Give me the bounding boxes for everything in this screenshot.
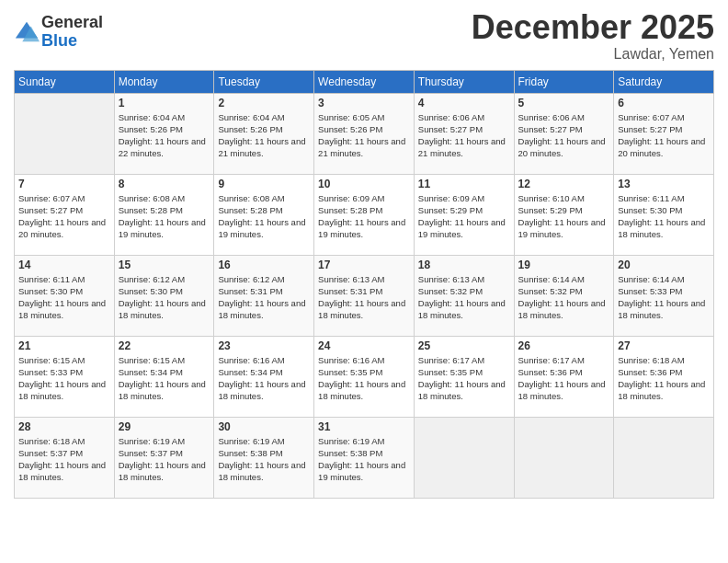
cell-content: Sunrise: 6:08 AM Sunset: 5:28 PM Dayligh… <box>119 192 210 241</box>
day-number: 30 <box>218 420 310 433</box>
sunset-text: Sunset: 5:37 PM <box>119 448 183 458</box>
day-number: 24 <box>318 339 410 352</box>
sunset-text: Sunset: 5:32 PM <box>518 286 583 296</box>
sunset-text: Sunset: 5:32 PM <box>418 286 483 296</box>
table-row: 10 Sunrise: 6:09 AM Sunset: 5:28 PM Dayl… <box>314 174 415 255</box>
cell-content: Sunrise: 6:14 AM Sunset: 5:33 PM Dayligh… <box>618 273 710 322</box>
table-row: 29 Sunrise: 6:19 AM Sunset: 5:37 PM Dayl… <box>114 417 214 498</box>
sunrise-text: Sunrise: 6:15 AM <box>119 355 185 365</box>
cell-content: Sunrise: 6:15 AM Sunset: 5:33 PM Dayligh… <box>18 354 110 403</box>
logo-text: General Blue <box>41 14 103 51</box>
table-row <box>414 417 514 498</box>
cell-content: Sunrise: 6:18 AM Sunset: 5:36 PM Dayligh… <box>618 354 710 403</box>
sunrise-text: Sunrise: 6:09 AM <box>418 193 484 203</box>
cell-content: Sunrise: 6:10 AM Sunset: 5:29 PM Dayligh… <box>518 192 610 241</box>
table-row: 16 Sunrise: 6:12 AM Sunset: 5:31 PM Dayl… <box>214 255 314 336</box>
sunset-text: Sunset: 5:34 PM <box>119 367 183 377</box>
table-row: 6 Sunrise: 6:07 AM Sunset: 5:27 PM Dayli… <box>614 93 714 174</box>
sunrise-text: Sunrise: 6:16 AM <box>218 355 284 365</box>
cell-content: Sunrise: 6:04 AM Sunset: 5:26 PM Dayligh… <box>218 111 310 160</box>
daylight-text: Daylight: 11 hours and 18 minutes. <box>218 298 305 320</box>
table-row: 19 Sunrise: 6:14 AM Sunset: 5:32 PM Dayl… <box>514 255 614 336</box>
day-number: 16 <box>218 259 310 271</box>
cell-content: Sunrise: 6:12 AM Sunset: 5:31 PM Dayligh… <box>218 273 310 322</box>
table-row: 5 Sunrise: 6:06 AM Sunset: 5:27 PM Dayli… <box>514 93 614 174</box>
sunset-text: Sunset: 5:36 PM <box>518 367 583 377</box>
logo-general: General <box>41 14 103 32</box>
cell-content: Sunrise: 6:06 AM Sunset: 5:27 PM Dayligh… <box>418 111 510 160</box>
daylight-text: Daylight: 11 hours and 18 minutes. <box>119 379 206 401</box>
sunset-text: Sunset: 5:28 PM <box>318 205 382 215</box>
daylight-text: Daylight: 11 hours and 20 minutes. <box>18 217 106 239</box>
table-row: 13 Sunrise: 6:11 AM Sunset: 5:30 PM Dayl… <box>614 174 714 255</box>
table-row: 27 Sunrise: 6:18 AM Sunset: 5:36 PM Dayl… <box>614 336 714 417</box>
day-number: 10 <box>318 178 410 190</box>
location: Lawdar, Yemen <box>472 46 714 63</box>
sunrise-text: Sunrise: 6:09 AM <box>318 193 384 203</box>
sunset-text: Sunset: 5:35 PM <box>418 367 483 377</box>
day-number: 6 <box>618 97 710 109</box>
day-number: 14 <box>18 259 110 271</box>
daylight-text: Daylight: 11 hours and 18 minutes. <box>618 298 705 320</box>
table-row: 1 Sunrise: 6:04 AM Sunset: 5:26 PM Dayli… <box>114 93 214 174</box>
table-row: 25 Sunrise: 6:17 AM Sunset: 5:35 PM Dayl… <box>414 336 514 417</box>
cell-content: Sunrise: 6:19 AM Sunset: 5:38 PM Dayligh… <box>218 435 310 484</box>
table-row: 21 Sunrise: 6:15 AM Sunset: 5:33 PM Dayl… <box>15 336 115 417</box>
daylight-text: Daylight: 11 hours and 21 minutes. <box>418 136 506 158</box>
sunrise-text: Sunrise: 6:18 AM <box>618 355 684 365</box>
day-number: 20 <box>618 259 710 271</box>
daylight-text: Daylight: 11 hours and 18 minutes. <box>18 460 106 482</box>
calendar-week-0: 1 Sunrise: 6:04 AM Sunset: 5:26 PM Dayli… <box>15 93 714 174</box>
month-title: December 2025 <box>472 9 714 46</box>
sunset-text: Sunset: 5:38 PM <box>218 448 282 458</box>
day-number: 12 <box>518 178 610 190</box>
sunrise-text: Sunrise: 6:04 AM <box>218 112 284 122</box>
day-number: 11 <box>418 178 510 190</box>
daylight-text: Daylight: 11 hours and 18 minutes. <box>618 217 705 239</box>
day-number: 1 <box>119 97 210 109</box>
col-wednesday: Wednesday <box>314 70 415 93</box>
sunrise-text: Sunrise: 6:14 AM <box>618 274 684 284</box>
table-row: 18 Sunrise: 6:13 AM Sunset: 5:32 PM Dayl… <box>414 255 514 336</box>
daylight-text: Daylight: 11 hours and 19 minutes. <box>318 217 405 239</box>
day-number: 29 <box>119 420 210 433</box>
day-number: 23 <box>218 339 310 352</box>
cell-content: Sunrise: 6:14 AM Sunset: 5:32 PM Dayligh… <box>518 273 610 322</box>
sunset-text: Sunset: 5:26 PM <box>218 124 282 134</box>
logo: General Blue <box>14 14 103 51</box>
daylight-text: Daylight: 11 hours and 18 minutes. <box>518 379 606 401</box>
cell-content: Sunrise: 6:11 AM Sunset: 5:30 PM Dayligh… <box>618 192 710 241</box>
sunset-text: Sunset: 5:27 PM <box>418 124 483 134</box>
table-row: 28 Sunrise: 6:18 AM Sunset: 5:37 PM Dayl… <box>15 417 115 498</box>
day-number: 7 <box>18 178 110 190</box>
cell-content: Sunrise: 6:08 AM Sunset: 5:28 PM Dayligh… <box>218 192 310 241</box>
daylight-text: Daylight: 11 hours and 19 minutes. <box>218 217 305 239</box>
sunset-text: Sunset: 5:26 PM <box>119 124 183 134</box>
table-row: 20 Sunrise: 6:14 AM Sunset: 5:33 PM Dayl… <box>614 255 714 336</box>
daylight-text: Daylight: 11 hours and 18 minutes. <box>218 379 305 401</box>
day-number: 3 <box>318 97 410 109</box>
sunrise-text: Sunrise: 6:16 AM <box>318 355 384 365</box>
day-number: 31 <box>318 420 410 433</box>
sunset-text: Sunset: 5:38 PM <box>318 448 382 458</box>
table-row: 3 Sunrise: 6:05 AM Sunset: 5:26 PM Dayli… <box>314 93 415 174</box>
sunrise-text: Sunrise: 6:19 AM <box>119 436 185 446</box>
table-row: 4 Sunrise: 6:06 AM Sunset: 5:27 PM Dayli… <box>414 93 514 174</box>
cell-content: Sunrise: 6:17 AM Sunset: 5:36 PM Dayligh… <box>518 354 610 403</box>
calendar-week-3: 21 Sunrise: 6:15 AM Sunset: 5:33 PM Dayl… <box>15 336 714 417</box>
table-row: 8 Sunrise: 6:08 AM Sunset: 5:28 PM Dayli… <box>114 174 214 255</box>
sunrise-text: Sunrise: 6:14 AM <box>518 274 585 284</box>
sunset-text: Sunset: 5:28 PM <box>119 205 183 215</box>
sunset-text: Sunset: 5:30 PM <box>18 286 83 296</box>
page-container: General Blue December 2025 Lawdar, Yemen… <box>0 0 728 563</box>
cell-content: Sunrise: 6:12 AM Sunset: 5:30 PM Dayligh… <box>119 273 210 322</box>
sunset-text: Sunset: 5:29 PM <box>418 205 483 215</box>
cell-content: Sunrise: 6:19 AM Sunset: 5:38 PM Dayligh… <box>318 435 410 484</box>
day-number: 13 <box>618 178 710 190</box>
sunset-text: Sunset: 5:28 PM <box>218 205 282 215</box>
table-row: 17 Sunrise: 6:13 AM Sunset: 5:31 PM Dayl… <box>314 255 415 336</box>
cell-content: Sunrise: 6:09 AM Sunset: 5:29 PM Dayligh… <box>418 192 510 241</box>
daylight-text: Daylight: 11 hours and 19 minutes. <box>518 217 606 239</box>
day-number: 8 <box>119 178 210 190</box>
sunrise-text: Sunrise: 6:08 AM <box>218 193 284 203</box>
